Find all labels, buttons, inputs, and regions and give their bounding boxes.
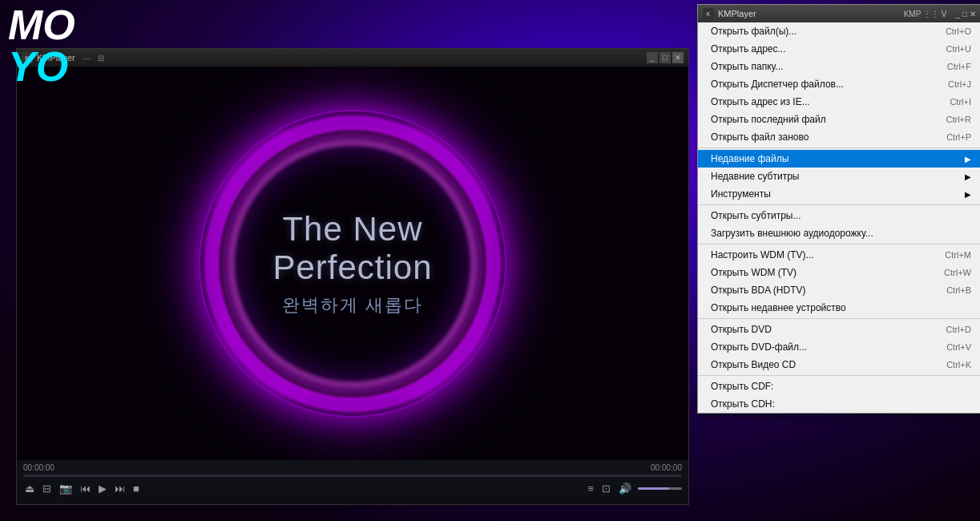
next-button[interactable]: ⏭: [113, 481, 127, 496]
menu-item-shortcut-3: Ctrl+J: [948, 79, 971, 89]
menu-item-label-19: Открыть CDF:: [711, 381, 971, 392]
menu-maximize-btn[interactable]: □: [962, 10, 967, 18]
menu-item-label-3: Открыть Диспетчер файлов...: [711, 79, 932, 90]
menu-item-4[interactable]: Открыть адрес из IE...Ctrl+I: [698, 93, 980, 111]
menu-titlebar-left: K KMPlayer: [703, 8, 756, 19]
menu-window-title: KMPlayer: [718, 9, 756, 18]
menu-close-btn[interactable]: ✕: [970, 10, 976, 18]
capture-button[interactable]: 📷: [58, 481, 74, 496]
menu-item-arrow-7: ▶: [965, 155, 971, 164]
menu-titlebar-controls: KMP ⋮⋮ V _ □ ✕: [904, 10, 976, 18]
menu-item-3[interactable]: Открыть Диспетчер файлов...Ctrl+J: [698, 75, 980, 93]
logo-yo: YO: [8, 46, 75, 87]
menu-item-label-6: Открыть файл заново: [711, 131, 930, 143]
logo-mo: MO: [8, 4, 75, 46]
menu-separator-15: [698, 318, 980, 319]
time-row: 00:00:00 00:00:00: [23, 463, 682, 472]
menu-item-2[interactable]: Открыть папку...Ctrl+F: [698, 58, 980, 75]
minimize-button[interactable]: _: [647, 52, 658, 63]
text-the-new: The New: [282, 209, 422, 247]
titlebar-controls: _ □ ✕: [647, 52, 684, 63]
maximize-button[interactable]: □: [659, 52, 671, 63]
menu-item-shortcut-16: Ctrl+D: [946, 325, 971, 334]
menu-item-arrow-8: ▶: [965, 172, 971, 181]
menu-separator-11: [698, 244, 980, 244]
menu-item-label-5: Открыть последний файл: [711, 114, 930, 125]
menu-item-label-20: Открыть CDH:: [711, 398, 971, 410]
menu-item-label-8: Недавние субтитры: [711, 171, 961, 182]
menu-item-17[interactable]: Открыть DVD-файл...Ctrl+V: [698, 338, 980, 356]
time-current: 00:00:00: [23, 463, 54, 472]
logo-y: Y: [8, 43, 36, 90]
menu-item-label-7: Недавние файлы: [711, 153, 961, 164]
video-area: The New Perfection 완벽하게 새롭다: [17, 67, 688, 460]
menu-item-1[interactable]: Открыть адрес...Ctrl+U: [698, 40, 980, 58]
menu-item-label-15: Открыть недавнее устройство: [711, 302, 971, 313]
menu-minimize-btn[interactable]: _: [955, 10, 960, 18]
stop-button[interactable]: ■: [131, 481, 141, 496]
menu-item-arrow-9: ▶: [965, 190, 971, 199]
menu-item-label-4: Открыть адрес из IE...: [711, 96, 934, 107]
kmplayer-titlebar: K KMPlayer — ⊟ _ □ ✕: [17, 49, 688, 67]
menu-item-label-1: Открыть адрес...: [711, 43, 930, 55]
menu-item-shortcut-13: Ctrl+W: [944, 268, 971, 277]
menu-item-13[interactable]: Открыть WDM (TV)Ctrl+W: [698, 264, 980, 281]
menu-item-11[interactable]: Загрузить внешнюю аудиодорожку...: [698, 224, 980, 242]
titlebar-left: K KMPlayer — ⊟: [22, 52, 647, 63]
subtitle-button[interactable]: ⊟: [41, 481, 53, 496]
menu-item-12[interactable]: Настроить WDM (TV)...Ctrl+M: [698, 246, 980, 264]
menu-item-shortcut-17: Ctrl+V: [946, 342, 971, 352]
text-perfection: Perfection: [272, 248, 432, 286]
menu-item-14[interactable]: Открыть BDA (HDTV)Ctrl+B: [698, 281, 980, 299]
video-main-line1: The New Perfection: [272, 209, 432, 287]
menu-item-5[interactable]: Открыть последний файлCtrl+R: [698, 111, 980, 128]
menu-separator-9: [698, 204, 980, 205]
menu-item-0[interactable]: Открыть файл(ы)...Ctrl+O: [698, 22, 980, 40]
menu-item-shortcut-12: Ctrl+M: [945, 250, 971, 260]
kmplayer-window: K KMPlayer — ⊟ _ □ ✕ The New Perfection …: [16, 48, 689, 505]
menu-item-19[interactable]: Открыть CDF:: [698, 378, 980, 395]
menu-separator-6: [698, 147, 980, 148]
controls-buttons: ⏏ ⊟ 📷 ⏮ ▶ ⏭ ■ ≡ ⊡ 🔊: [23, 481, 682, 496]
playlist-button[interactable]: ≡: [586, 481, 595, 496]
menu-item-15[interactable]: Открыть недавнее устройство: [698, 299, 980, 317]
menu-item-label-17: Открыть DVD-файл...: [711, 341, 930, 353]
open-button[interactable]: ⏏: [23, 481, 36, 496]
logo-area: MO YO: [8, 4, 75, 87]
menu-item-20[interactable]: Открыть CDH:: [698, 395, 980, 413]
titlebar-icon2: ⊟: [98, 54, 104, 63]
menu-item-label-13: Открыть WDM (TV): [711, 267, 928, 278]
menu-item-10[interactable]: Открыть субтитры...: [698, 207, 980, 224]
close-button[interactable]: ✕: [672, 52, 684, 63]
menu-item-label-0: Открыть файл(ы)...: [711, 26, 930, 37]
mute-button[interactable]: 🔊: [617, 481, 633, 496]
menu-item-label-2: Открыть папку...: [711, 61, 931, 72]
video-korean: 완벽하게 새롭다: [272, 293, 432, 317]
menu-item-label-18: Открыть Видео CD: [711, 359, 930, 370]
menu-item-16[interactable]: Открыть DVDCtrl+D: [698, 321, 980, 338]
volume-slider[interactable]: [638, 487, 682, 490]
titlebar-sep: —: [83, 54, 91, 63]
menu-item-18[interactable]: Открыть Видео CDCtrl+K: [698, 356, 980, 374]
menu-item-6[interactable]: Открыть файл зановоCtrl+P: [698, 128, 980, 146]
menu-item-label-14: Открыть BDA (HDTV): [711, 285, 930, 296]
controls-bar: 00:00:00 00:00:00 ⏏ ⊟ 📷 ⏮ ▶ ⏭ ■ ≡ ⊡ 🔊: [17, 460, 688, 504]
play-button[interactable]: ▶: [97, 481, 108, 496]
menu-item-shortcut-2: Ctrl+F: [947, 62, 971, 71]
prev-button[interactable]: ⏮: [79, 481, 92, 496]
menu-km-icon: K: [703, 8, 714, 19]
volume-fill: [638, 487, 669, 490]
menu-item-8[interactable]: Недавние субтитры▶: [698, 168, 980, 185]
menu-item-label-11: Загрузить внешнюю аудиодорожку...: [711, 228, 971, 239]
subtitle-track-button[interactable]: ⊡: [600, 481, 612, 496]
menu-item-label-10: Открыть субтитры...: [711, 210, 971, 221]
time-total: 00:00:00: [651, 463, 682, 472]
menu-item-9[interactable]: Инструменты▶: [698, 185, 980, 203]
logo-o: O: [36, 43, 68, 90]
menu-item-shortcut-14: Ctrl+B: [946, 285, 971, 295]
progress-bar[interactable]: [23, 475, 682, 477]
context-menu-window: K KMPlayer KMP ⋮⋮ V _ □ ✕ Открыть файл(ы…: [697, 4, 980, 414]
menu-item-label-12: Настроить WDM (TV)...: [711, 249, 929, 260]
menu-items-container: Открыть файл(ы)...Ctrl+OОткрыть адрес...…: [698, 22, 980, 413]
menu-item-7[interactable]: Недавние файлы▶: [698, 150, 980, 168]
